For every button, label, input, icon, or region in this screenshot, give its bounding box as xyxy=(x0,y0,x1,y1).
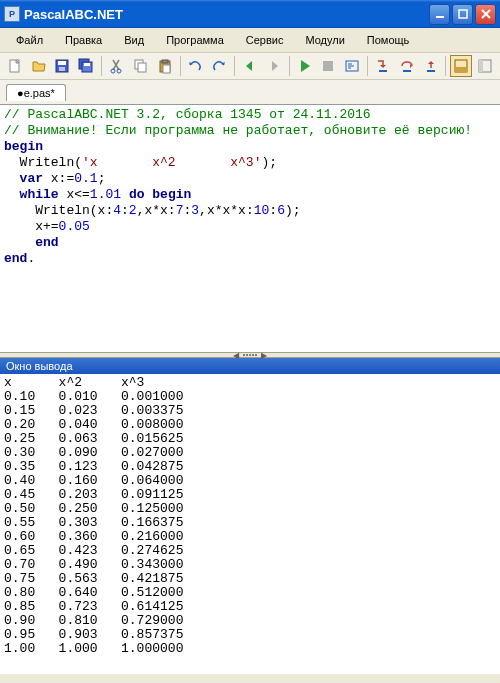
code-text xyxy=(121,187,129,202)
splitter-arrow-icon: ▶ xyxy=(258,351,270,360)
code-text: : xyxy=(121,203,129,218)
menu-bar: Файл Правка Вид Программа Сервис Модули … xyxy=(0,28,500,52)
svg-rect-15 xyxy=(163,65,170,73)
svg-rect-16 xyxy=(323,61,333,71)
code-text: ; xyxy=(98,171,106,186)
tab-strip: ●e.pas* xyxy=(0,80,500,104)
code-number: 3 xyxy=(191,203,199,218)
code-number: 6 xyxy=(277,203,285,218)
code-text: x:= xyxy=(43,171,74,186)
code-text: : xyxy=(269,203,277,218)
step-into-button[interactable] xyxy=(372,55,394,77)
code-keyword: do begin xyxy=(129,187,191,202)
code-comment: // Внимание! Если программа не работает,… xyxy=(4,123,472,138)
toolbar-separator xyxy=(180,56,181,76)
open-folder-icon xyxy=(31,58,47,74)
properties-button[interactable] xyxy=(474,55,496,77)
svg-rect-19 xyxy=(403,70,411,72)
step-out-button[interactable] xyxy=(420,55,442,77)
arrow-left-icon xyxy=(242,58,258,74)
splitter-arrow-icon: ◀ xyxy=(230,351,242,360)
menu-view[interactable]: Вид xyxy=(114,32,154,48)
cut-icon xyxy=(109,58,125,74)
code-text: . xyxy=(27,251,35,266)
play-icon xyxy=(297,58,313,74)
code-number: 1.01 xyxy=(90,187,121,202)
open-file-button[interactable] xyxy=(28,55,50,77)
code-number: 2 xyxy=(129,203,137,218)
code-editor[interactable]: // PascalABC.NET 3.2, сборка 1345 от 24.… xyxy=(0,104,500,352)
code-keyword: var xyxy=(20,171,43,186)
stop-icon xyxy=(320,58,336,74)
step-over-button[interactable] xyxy=(396,55,418,77)
redo-icon xyxy=(211,58,227,74)
redo-button[interactable] xyxy=(208,55,230,77)
maximize-button[interactable] xyxy=(452,4,473,25)
code-string: 'x x^2 x^3' xyxy=(82,155,261,170)
code-text: Writeln(x: xyxy=(4,203,113,218)
code-number: 0.1 xyxy=(74,171,97,186)
panel-icon xyxy=(453,58,469,74)
arrow-right-icon xyxy=(266,58,282,74)
code-text: ,x*x*x: xyxy=(199,203,254,218)
code-number: 4 xyxy=(113,203,121,218)
paste-button[interactable] xyxy=(154,55,176,77)
svg-rect-5 xyxy=(59,67,65,71)
editor-tab[interactable]: ●e.pas* xyxy=(6,84,66,101)
nav-fwd-button[interactable] xyxy=(263,55,285,77)
properties-icon xyxy=(477,58,493,74)
code-text: ,x*x: xyxy=(137,203,176,218)
save-icon xyxy=(54,58,70,74)
step-over-icon xyxy=(399,58,415,74)
output-panel-header: Окно вывода xyxy=(0,358,500,374)
code-text: x+= xyxy=(4,219,59,234)
menu-service[interactable]: Сервис xyxy=(236,32,294,48)
svg-rect-12 xyxy=(138,63,146,72)
save-button[interactable] xyxy=(52,55,74,77)
compile-icon xyxy=(344,58,360,74)
svg-rect-20 xyxy=(427,70,435,72)
new-file-button[interactable] xyxy=(4,55,26,77)
compile-button[interactable] xyxy=(341,55,363,77)
stop-button[interactable] xyxy=(318,55,340,77)
svg-rect-22 xyxy=(455,67,467,72)
title-bar: P PascalABC.NET xyxy=(0,0,500,28)
svg-rect-1 xyxy=(459,10,467,18)
menu-edit[interactable]: Правка xyxy=(55,32,112,48)
run-button[interactable] xyxy=(294,55,316,77)
toolbar-separator xyxy=(101,56,102,76)
menu-modules[interactable]: Модули xyxy=(295,32,354,48)
menu-program[interactable]: Программа xyxy=(156,32,234,48)
menu-file[interactable]: Файл xyxy=(6,32,53,48)
toolbar-separator xyxy=(445,56,446,76)
menu-help[interactable]: Помощь xyxy=(357,32,420,48)
code-text xyxy=(4,235,35,250)
output-area[interactable]: x x^2 x^3 0.10 0.010 0.001000 0.15 0.023… xyxy=(0,374,500,674)
svg-rect-18 xyxy=(379,70,387,72)
step-out-icon xyxy=(423,58,439,74)
code-text xyxy=(4,187,20,202)
cut-button[interactable] xyxy=(106,55,128,77)
code-text: ); xyxy=(285,203,301,218)
output-panel-toggle[interactable] xyxy=(450,55,472,77)
paste-icon xyxy=(157,58,173,74)
maximize-icon xyxy=(458,9,468,19)
new-file-icon xyxy=(7,58,23,74)
toolbar-separator xyxy=(234,56,235,76)
step-into-icon xyxy=(375,58,391,74)
copy-icon xyxy=(133,58,149,74)
code-text xyxy=(4,171,20,186)
minimize-button[interactable] xyxy=(429,4,450,25)
close-button[interactable] xyxy=(475,4,496,25)
undo-icon xyxy=(187,58,203,74)
code-text: ); xyxy=(261,155,277,170)
save-all-button[interactable] xyxy=(75,55,97,77)
copy-button[interactable] xyxy=(130,55,152,77)
code-comment: // PascalABC.NET 3.2, сборка 1345 от 24.… xyxy=(4,107,371,122)
nav-back-button[interactable] xyxy=(239,55,261,77)
code-keyword: end xyxy=(4,251,27,266)
code-number: 0.05 xyxy=(59,219,90,234)
app-icon: P xyxy=(4,6,20,22)
undo-button[interactable] xyxy=(185,55,207,77)
svg-rect-4 xyxy=(58,61,66,65)
